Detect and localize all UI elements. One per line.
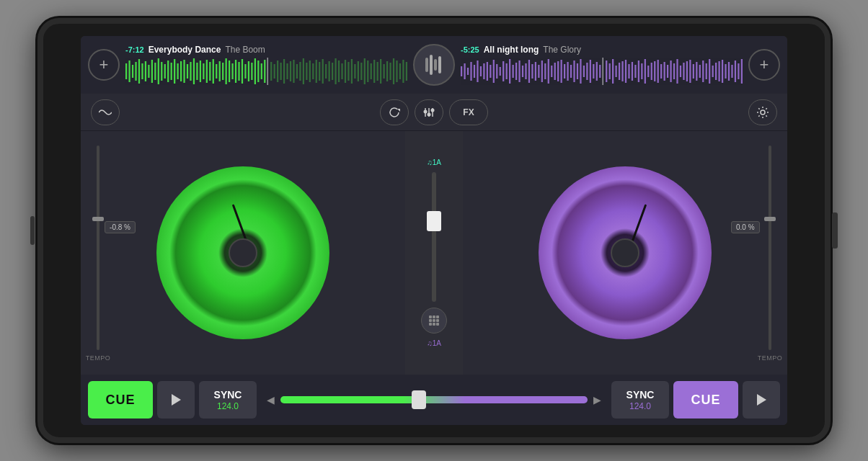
svg-rect-138 <box>609 63 611 79</box>
add-left-button[interactable]: + <box>88 49 120 81</box>
svg-rect-143 <box>625 60 626 83</box>
left-play-button[interactable] <box>157 381 195 419</box>
svg-rect-124 <box>564 64 565 79</box>
fx-button[interactable]: FX <box>449 99 488 125</box>
left-track-time: -7:12 <box>125 45 144 54</box>
svg-rect-62 <box>325 64 327 79</box>
mixer-button[interactable] <box>415 99 443 125</box>
svg-rect-24 <box>203 63 204 79</box>
right-tempo-slider[interactable]: 0.0 % TEMPO <box>763 146 777 360</box>
svg-rect-25 <box>206 60 208 83</box>
center-mixer: ♫1A <box>405 131 463 375</box>
crossfader-thumb[interactable] <box>427 211 441 231</box>
svg-rect-179 <box>741 59 743 84</box>
svg-rect-42 <box>261 63 262 79</box>
svg-rect-88 <box>425 58 428 72</box>
svg-rect-60 <box>319 62 320 81</box>
svg-rect-44 <box>267 58 268 85</box>
svg-rect-102 <box>493 60 495 83</box>
left-cue-button[interactable]: CUE <box>88 381 153 419</box>
svg-rect-20 <box>190 62 191 81</box>
svg-rect-152 <box>654 61 655 81</box>
settings-button[interactable] <box>748 99 777 125</box>
crossfader-h-track[interactable] <box>280 396 588 403</box>
svg-rect-150 <box>647 66 649 77</box>
svg-rect-147 <box>638 61 639 82</box>
svg-rect-77 <box>373 60 375 83</box>
left-turntable[interactable] <box>156 166 329 339</box>
svg-rect-111 <box>522 66 523 77</box>
right-turntable[interactable] <box>539 166 712 339</box>
crossfader-track[interactable] <box>432 172 436 302</box>
svg-rect-45 <box>270 62 272 81</box>
right-play-button[interactable] <box>743 381 780 419</box>
left-tempo-track[interactable]: -0.8 % <box>97 146 99 350</box>
svg-rect-7 <box>148 65 149 78</box>
svg-rect-94 <box>467 68 469 75</box>
svg-rect-29 <box>219 61 221 81</box>
left-sync-button[interactable]: SYNC 124.0 <box>199 381 257 419</box>
svg-rect-176 <box>731 65 732 78</box>
svg-rect-90 <box>434 59 437 71</box>
svg-rect-53 <box>296 64 298 79</box>
svg-rect-142 <box>621 61 623 81</box>
svg-marker-180 <box>397 109 400 112</box>
svg-rect-18 <box>183 60 185 83</box>
svg-rect-172 <box>718 61 719 81</box>
svg-rect-46 <box>274 64 275 79</box>
svg-rect-72 <box>358 61 359 81</box>
left-key-label: ♫1A <box>427 158 441 166</box>
sync-icon-button[interactable] <box>380 99 409 125</box>
right-track-section: -5:25 All night long The Glory <box>461 45 743 85</box>
svg-rect-109 <box>515 63 517 80</box>
right-waveform[interactable] <box>461 58 743 85</box>
svg-rect-114 <box>531 64 533 79</box>
add-right-button[interactable]: + <box>748 49 780 81</box>
svg-rect-165 <box>696 62 697 81</box>
svg-rect-170 <box>712 66 714 77</box>
svg-rect-131 <box>586 63 588 80</box>
svg-rect-161 <box>683 63 684 80</box>
svg-rect-58 <box>312 63 314 79</box>
svg-rect-30 <box>222 63 223 80</box>
svg-rect-136 <box>603 58 603 85</box>
svg-rect-140 <box>615 66 616 77</box>
svg-rect-145 <box>632 62 633 81</box>
svg-rect-55 <box>303 58 304 84</box>
grid-button[interactable] <box>421 308 447 334</box>
app-screen: + -7:12 Everybody Dance The Boom <box>81 36 787 425</box>
svg-rect-126 <box>570 65 572 78</box>
svg-rect-84 <box>396 61 397 82</box>
svg-rect-106 <box>506 63 508 79</box>
eq-button[interactable] <box>91 99 120 125</box>
svg-rect-87 <box>406 62 407 81</box>
svg-rect-71 <box>354 64 355 79</box>
svg-rect-11 <box>161 62 162 81</box>
bottom-bar: CUE SYNC 124.0 ◀ ▶ SYNC 124.0 CUE <box>81 375 787 425</box>
svg-rect-169 <box>709 59 710 84</box>
svg-rect-31 <box>226 58 227 84</box>
right-tempo-track[interactable]: 0.0 % <box>769 146 771 350</box>
svg-rect-17 <box>180 61 182 81</box>
svg-rect-144 <box>628 64 629 79</box>
center-logo[interactable] <box>413 44 455 86</box>
svg-rect-133 <box>593 64 594 79</box>
left-tempo-thumb[interactable] <box>92 217 104 221</box>
svg-rect-190 <box>436 315 439 318</box>
svg-rect-49 <box>283 59 285 84</box>
svg-rect-32 <box>229 61 230 82</box>
right-sync-button[interactable]: SYNC 124.0 <box>611 381 669 419</box>
right-cue-button[interactable]: CUE <box>673 381 738 419</box>
left-waveform[interactable] <box>125 58 407 85</box>
svg-rect-43 <box>264 60 265 83</box>
crossfader-h-thumb[interactable] <box>412 390 426 409</box>
svg-rect-167 <box>702 61 704 82</box>
svg-rect-146 <box>634 65 636 78</box>
svg-rect-59 <box>316 60 317 83</box>
left-track-artist: The Boom <box>225 45 265 55</box>
left-tempo-slider[interactable]: -0.8 % TEMPO <box>91 146 105 360</box>
svg-rect-15 <box>174 59 175 84</box>
svg-rect-135 <box>599 65 601 78</box>
svg-rect-63 <box>329 61 330 81</box>
right-tempo-thumb[interactable] <box>764 217 776 221</box>
